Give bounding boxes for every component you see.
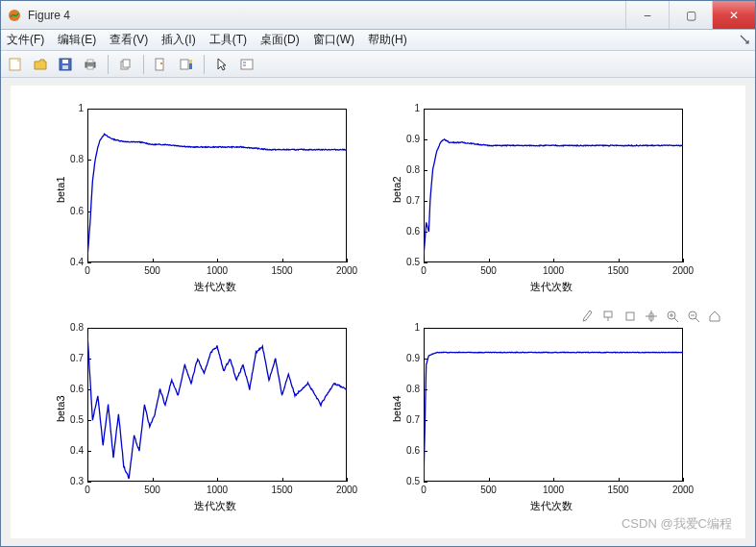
figure-area: CSDN @我爱C编程 beta1迭代次数05001000150020000.4… <box>1 78 755 546</box>
menu-file[interactable]: 文件(F) <box>7 32 44 48</box>
menu-insert[interactable]: 插入(I) <box>161 32 195 48</box>
menu-window[interactable]: 窗口(W) <box>313 32 354 48</box>
ytick-label: 0.5 <box>397 476 420 486</box>
titlebar: Figure 4 – ▢ ✕ <box>1 1 755 30</box>
svg-rect-15 <box>241 60 253 69</box>
series-beta4 <box>424 352 683 482</box>
datacursor-button[interactable] <box>151 54 172 75</box>
svg-rect-9 <box>123 60 130 67</box>
open-button[interactable] <box>30 54 51 75</box>
menu-edit[interactable]: 编辑(E) <box>58 32 96 48</box>
svg-rect-14 <box>189 60 192 63</box>
ytick-label: 0.7 <box>397 414 420 425</box>
xtick-label: 500 <box>476 485 502 495</box>
close-button[interactable]: ✕ <box>712 1 755 29</box>
line-plot <box>424 328 683 482</box>
svg-rect-12 <box>181 60 188 69</box>
app-icon <box>7 8 22 23</box>
svg-rect-6 <box>87 60 93 62</box>
svg-rect-7 <box>87 66 93 69</box>
toolbar-separator <box>108 55 109 74</box>
ytick-label: 1 <box>397 322 420 333</box>
legend-button[interactable] <box>236 54 257 75</box>
toolbar <box>1 51 755 78</box>
toolbar-separator <box>143 55 144 74</box>
print-button[interactable] <box>80 54 101 75</box>
new-figure-button[interactable] <box>5 54 26 75</box>
toolbar-separator <box>204 55 205 74</box>
maximize-button[interactable]: ▢ <box>669 1 712 29</box>
minimize-icon: – <box>645 9 651 22</box>
menu-tools[interactable]: 工具(T) <box>209 32 247 48</box>
xlabel: 迭代次数 <box>530 499 573 513</box>
ytick-label: 0.8 <box>397 384 420 394</box>
ytick-label: 0.9 <box>397 353 420 363</box>
menu-view[interactable]: 查看(V) <box>110 32 148 48</box>
copy-button[interactable] <box>115 54 136 75</box>
svg-rect-4 <box>62 65 68 69</box>
xtick-label: 1500 <box>605 485 632 495</box>
minimize-button[interactable]: – <box>625 1 669 29</box>
svg-rect-11 <box>160 62 162 64</box>
pointer-button[interactable] <box>211 54 232 75</box>
window-buttons: – ▢ ✕ <box>625 1 755 29</box>
xtick-label: 2000 <box>670 485 696 495</box>
svg-rect-3 <box>62 60 68 63</box>
ytick-label: 0.6 <box>397 445 420 456</box>
menubar: 文件(F) 编辑(E) 查看(V) 插入(I) 工具(T) 桌面(D) 窗口(W… <box>1 30 755 51</box>
maximize-icon: ▢ <box>686 9 696 22</box>
menu-dropdown-icon[interactable] <box>740 34 749 43</box>
menu-desktop[interactable]: 桌面(D) <box>260 32 300 48</box>
figure-canvas: CSDN @我爱C编程 beta1迭代次数05001000150020000.4… <box>11 86 745 538</box>
colorbar-button[interactable] <box>176 54 197 75</box>
subplot-beta4: beta4迭代次数05001000150020000.50.60.70.80.9… <box>11 86 741 537</box>
close-icon: ✕ <box>729 9 739 22</box>
menu-help[interactable]: 帮助(H) <box>368 32 407 48</box>
save-button[interactable] <box>55 54 76 75</box>
xtick-label: 1000 <box>540 485 567 495</box>
window-title: Figure 4 <box>28 9 70 22</box>
